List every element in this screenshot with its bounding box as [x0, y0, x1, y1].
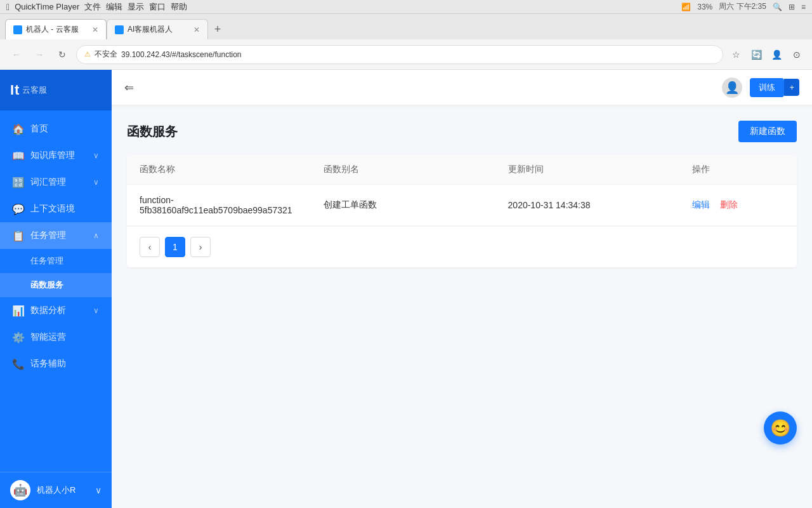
tab-close-2[interactable]: ✕ [193, 25, 200, 34]
menu-view[interactable]: 显示 [128, 1, 144, 13]
security-label: 不安全 [95, 49, 117, 60]
new-function-button[interactable]: 新建函数 [738, 121, 797, 142]
table-row: function-5fb38160af9c11eab5709bae99a5732… [127, 185, 797, 226]
apple-logo-icon[interactable]:  [6, 2, 10, 12]
bot-name: 机器人小R [37, 485, 89, 496]
sidebar-item-assist-label: 话务辅助 [30, 358, 66, 370]
tab-close-1[interactable]: ✕ [92, 25, 98, 34]
control-icon[interactable]: ⊞ [789, 3, 795, 11]
task-arrow-icon: ∧ [93, 231, 99, 240]
address-bar[interactable]: ⚠ 不安全 39.100.242.43/#/taskscene/function [76, 45, 723, 64]
tab-cloud-service[interactable]: 机器人 - 云客服 ✕ [5, 19, 107, 39]
train-plus-button[interactable]: + [784, 79, 799, 96]
train-btn-group: 训练 + [750, 78, 799, 97]
sidebar: It 云客服 🏠 首页 📖 知识库管理 ∨ 🔡 词汇管理 ∨ [0, 70, 112, 508]
tab-ai-robot[interactable]: AI客服机器人 ✕ [107, 19, 208, 39]
back-button[interactable]: ← [8, 46, 25, 64]
data-arrow-icon: ∨ [93, 306, 99, 315]
sidebar-item-task[interactable]: 📋 任务管理 ∧ [0, 222, 112, 249]
address-text: 39.100.242.43/#/taskscene/function [121, 50, 241, 59]
col-func-name: 函数名称 [140, 164, 324, 175]
sidebar-item-ops[interactable]: ⚙️ 智能运营 [0, 324, 112, 351]
search-icon[interactable]: 🔍 [773, 3, 782, 11]
menu-toggle-icon[interactable]: ⇐ [124, 81, 134, 95]
task-icon: 📋 [13, 230, 24, 241]
float-chat-button[interactable]: 😊 [764, 411, 797, 444]
sidebar-item-ops-label: 智能运营 [30, 331, 66, 343]
titlebar-left:  QuickTime Player 文件 编辑 显示 窗口 帮助 [6, 1, 187, 13]
main-content: ⇐ 👤 训练 + 函数服务 新建函数 函数名称 函数别名 更新时 [112, 70, 812, 508]
account-icon[interactable]: ⊙ [789, 47, 804, 62]
sidebar-bottom: 🤖 机器人小R ∨ [0, 472, 112, 508]
bot-dropdown-icon[interactable]: ∨ [95, 485, 102, 495]
cell-actions: 编辑 删除 [692, 199, 784, 211]
chat-emoji: 😊 [770, 418, 790, 438]
context-icon: 💬 [13, 203, 24, 215]
page-title: 函数服务 [127, 123, 178, 140]
tab-title-2: AI客服机器人 [128, 24, 173, 35]
sidebar-item-knowledge-label: 知识库管理 [30, 150, 75, 161]
menu-edit[interactable]: 编辑 [106, 1, 122, 13]
sidebar-subitem-task-manage[interactable]: 任务管理 [0, 249, 112, 273]
cell-func-name: function-5fb38160af9c11eab5709bae99a5732… [140, 195, 324, 215]
tab-favicon-1 [13, 25, 22, 34]
home-icon: 🏠 [13, 123, 24, 135]
menu-help[interactable]: 帮助 [171, 1, 187, 13]
col-func-alias: 函数别名 [324, 164, 508, 175]
next-page-button[interactable]: › [190, 237, 211, 257]
logo-text: It [10, 82, 20, 98]
assist-icon: 📞 [13, 358, 24, 370]
knowledge-arrow-icon: ∨ [93, 151, 99, 160]
titlebar:  QuickTime Player 文件 编辑 显示 窗口 帮助 📶 33% … [0, 0, 812, 14]
header-left: ⇐ [124, 81, 134, 95]
sidebar-item-data[interactable]: 📊 数据分析 ∨ [0, 297, 112, 324]
list-icon[interactable]: ≡ [801, 3, 806, 11]
user-avatar[interactable]: 👤 [722, 77, 742, 98]
lexicon-icon: 🔡 [13, 177, 24, 188]
menu-file[interactable]: 文件 [84, 1, 101, 13]
sidebar-item-knowledge[interactable]: 📖 知识库管理 ∨ [0, 142, 112, 169]
col-update-time: 更新时间 [508, 164, 692, 175]
prev-page-button[interactable]: ‹ [140, 237, 160, 257]
knowledge-icon: 📖 [13, 150, 24, 161]
sidebar-nav: 🏠 首页 📖 知识库管理 ∨ 🔡 词汇管理 ∨ 💬 上下文语境 [0, 110, 112, 472]
sidebar-item-data-label: 数据分析 [30, 305, 66, 316]
sidebar-subitem-function-label: 函数服务 [30, 279, 63, 291]
sidebar-logo: It 云客服 [0, 70, 112, 110]
sidebar-item-lexicon[interactable]: 🔡 词汇管理 ∨ [0, 169, 112, 196]
cell-func-alias: 创建工单函数 [324, 199, 508, 211]
train-button[interactable]: 训练 [750, 78, 784, 97]
battery-level: 33% [697, 3, 712, 11]
wifi-icon: 📶 [681, 3, 691, 11]
menu-window[interactable]: 窗口 [149, 1, 166, 13]
bot-avatar: 🤖 [10, 480, 30, 500]
lexicon-arrow-icon: ∨ [93, 178, 99, 187]
sidebar-subitem-function[interactable]: 函数服务 [0, 273, 112, 297]
bookmark-icon[interactable]: ☆ [728, 47, 743, 62]
sidebar-item-assist[interactable]: 📞 话务辅助 [0, 351, 112, 377]
browser-chrome: 机器人 - 云客服 ✕ AI客服机器人 ✕ + ← → ↻ ⚠ 不安全 39.1… [0, 14, 812, 70]
page-1-button[interactable]: 1 [165, 237, 185, 257]
browser-toolbar: ← → ↻ ⚠ 不安全 39.100.242.43/#/taskscene/fu… [0, 39, 812, 70]
new-tab-button[interactable]: + [208, 19, 227, 39]
page-content: 函数服务 新建函数 函数名称 函数别名 更新时间 操作 function-5fb… [112, 105, 812, 508]
sidebar-item-task-label: 任务管理 [30, 230, 66, 241]
refresh-button[interactable]: ↻ [53, 46, 71, 64]
top-header: ⇐ 👤 训练 + [112, 70, 812, 105]
forward-button[interactable]: → [30, 46, 48, 64]
col-action: 操作 [692, 164, 784, 175]
extensions-icon[interactable]: 🔄 [749, 47, 764, 62]
edit-button[interactable]: 编辑 [692, 199, 710, 210]
sidebar-subitem-task-manage-label: 任务管理 [30, 255, 63, 267]
sidebar-item-home[interactable]: 🏠 首页 [0, 116, 112, 142]
toolbar-right: ☆ 🔄 👤 ⊙ [728, 47, 804, 62]
data-icon: 📊 [13, 305, 24, 316]
profile-icon[interactable]: 👤 [769, 47, 784, 62]
table-header: 函数名称 函数别名 更新时间 操作 [127, 155, 797, 185]
delete-button[interactable]: 删除 [720, 199, 738, 210]
pagination: ‹ 1 › [127, 226, 797, 267]
tab-title-1: 机器人 - 云客服 [26, 24, 79, 35]
header-right: 👤 训练 + [722, 77, 799, 98]
sidebar-item-context[interactable]: 💬 上下文语境 [0, 196, 112, 222]
sidebar-item-lexicon-label: 词汇管理 [30, 177, 66, 188]
